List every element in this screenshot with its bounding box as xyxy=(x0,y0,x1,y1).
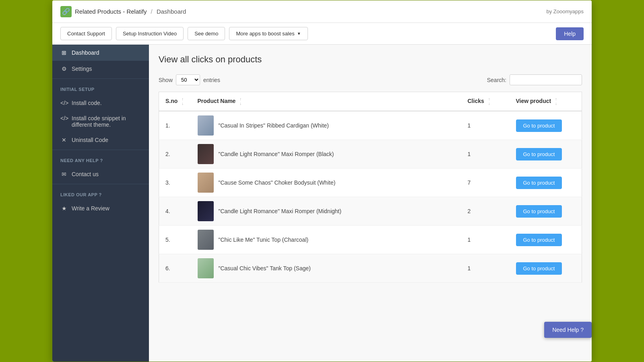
product-thumbnail xyxy=(198,258,214,278)
table-row: 1. "Casual In Stripes" Ribbed Cardigan (… xyxy=(159,111,582,140)
sidebar-item-dashboard[interactable]: ⊞ Dashboard xyxy=(52,45,149,61)
cell-clicks: 1 xyxy=(461,140,510,169)
cell-sno: 6. xyxy=(159,254,191,283)
code-icon: </> xyxy=(60,100,68,106)
sidebar-divider-2 xyxy=(52,150,149,150)
cell-product-name: "Casual In Stripes" Ribbed Cardigan (Whi… xyxy=(191,111,461,140)
sidebar-divider-3 xyxy=(52,184,149,184)
cell-view-product: Go to product xyxy=(510,226,582,254)
th-view-product[interactable]: View product ↑↓ xyxy=(510,92,582,111)
go-to-product-button[interactable]: Go to product xyxy=(516,177,562,189)
by-label: by Zooomyapps xyxy=(547,8,584,14)
layout: ⊞ Dashboard ⚙ Settings INITIAL SETUP </>… xyxy=(52,45,592,362)
sidebar-item-install-code[interactable]: </> Install code. xyxy=(52,95,149,111)
cell-view-product: Go to product xyxy=(510,254,582,283)
page-title: View all clicks on products xyxy=(159,54,582,65)
chevron-down-icon: ▼ xyxy=(297,31,301,36)
products-table: S.no ↑↓ Product Name ↑↓ Clicks ↑↓ View p… xyxy=(159,92,582,283)
sidebar-item-install-snippet[interactable]: </> Install code snippet in different th… xyxy=(52,111,149,132)
entries-select[interactable]: 50 10 25 100 xyxy=(176,74,200,85)
product-cell: "Candle Light Romance" Maxi Romper (Midn… xyxy=(198,201,455,221)
search-input[interactable] xyxy=(510,74,582,85)
cell-view-product: Go to product xyxy=(510,197,582,226)
more-apps-button[interactable]: More apps to boost sales ▼ xyxy=(229,27,308,40)
sidebar-item-install-snippet-label: Install code snippet in different theme. xyxy=(72,115,141,128)
sidebar-item-write-review-label: Write a Review xyxy=(72,205,109,212)
product-name-text: "Casual In Stripes" Ribbed Cardigan (Whi… xyxy=(219,122,329,129)
gear-icon: ⚙ xyxy=(60,66,68,72)
product-thumbnail xyxy=(198,173,214,193)
page-name-label: Dashboard xyxy=(157,8,186,15)
sidebar-item-write-review[interactable]: ★ Write a Review xyxy=(52,200,149,216)
product-cell: "Cause Some Chaos" Choker Bodysuit (Whit… xyxy=(198,173,455,193)
star-icon: ★ xyxy=(60,205,68,212)
product-thumbnail xyxy=(198,201,214,221)
product-thumbnail xyxy=(198,115,214,136)
see-demo-button[interactable]: See demo xyxy=(188,27,225,40)
th-clicks[interactable]: Clicks ↑↓ xyxy=(461,92,510,111)
product-cell: "Casual Chic Vibes" Tank Top (Sage) xyxy=(198,258,455,278)
table-row: 6. "Casual Chic Vibes" Tank Top (Sage) 1… xyxy=(159,254,582,283)
cell-sno: 2. xyxy=(159,140,191,169)
go-to-product-button[interactable]: Go to product xyxy=(516,234,562,246)
sidebar-item-uninstall-code[interactable]: ✕ Uninstall Code xyxy=(52,132,149,148)
sort-icon-product: ↑↓ xyxy=(239,97,242,106)
cell-product-name: "Chic Like Me" Tunic Top (Charcoal) xyxy=(191,226,461,254)
cell-view-product: Go to product xyxy=(510,111,582,140)
sidebar-item-settings[interactable]: ⚙ Settings xyxy=(52,61,149,77)
cell-clicks: 1 xyxy=(461,254,510,283)
app-container: 🔗 Related Products - Relatify / Dashboar… xyxy=(52,0,592,362)
cell-clicks: 7 xyxy=(461,169,510,197)
cell-clicks: 2 xyxy=(461,197,510,226)
cell-sno: 4. xyxy=(159,197,191,226)
cell-clicks: 1 xyxy=(461,226,510,254)
product-name-text: "Chic Like Me" Tunic Top (Charcoal) xyxy=(219,237,309,243)
cell-sno: 5. xyxy=(159,226,191,254)
search-label: Search: xyxy=(487,77,506,83)
entries-label: entries xyxy=(203,77,220,83)
sidebar: ⊞ Dashboard ⚙ Settings INITIAL SETUP </>… xyxy=(52,45,149,362)
sort-icon-sno: ↑↓ xyxy=(182,97,184,106)
go-to-product-button[interactable]: Go to product xyxy=(516,262,562,275)
product-name-text: "Candle Light Romance" Maxi Romper (Midn… xyxy=(219,208,342,214)
contact-support-button[interactable]: Contact Support xyxy=(60,27,112,40)
go-to-product-button[interactable]: Go to product xyxy=(516,119,562,132)
sidebar-item-dashboard-label: Dashboard xyxy=(72,49,99,56)
show-label: Show xyxy=(159,77,173,83)
sidebar-item-install-code-label: Install code. xyxy=(72,100,102,106)
app-name-label: Related Products - Relatify xyxy=(75,8,147,15)
sidebar-section-need-help: NEED ANY HELP ? xyxy=(52,152,149,166)
product-thumbnail xyxy=(198,230,214,250)
cell-view-product: Go to product xyxy=(510,140,582,169)
th-sno[interactable]: S.no ↑↓ xyxy=(159,92,191,111)
help-button[interactable]: Help xyxy=(556,27,584,40)
cell-product-name: "Casual Chic Vibes" Tank Top (Sage) xyxy=(191,254,461,283)
cell-clicks: 1 xyxy=(461,111,510,140)
product-name-text: "Cause Some Chaos" Choker Bodysuit (Whit… xyxy=(219,179,336,186)
cell-sno: 1. xyxy=(159,111,191,140)
sort-icon-clicks: ↑↓ xyxy=(488,97,490,106)
product-name-text: "Candle Light Romance" Maxi Romper (Blac… xyxy=(219,151,334,157)
go-to-product-button[interactable]: Go to product xyxy=(516,148,562,160)
envelope-icon: ✉ xyxy=(60,171,68,177)
table-row: 3. "Cause Some Chaos" Choker Bodysuit (W… xyxy=(159,169,582,197)
need-help-button[interactable]: Need Help ? xyxy=(544,322,592,338)
table-controls: Show 50 10 25 100 entries Search: xyxy=(159,74,582,85)
setup-video-button[interactable]: Setup Instruction Video xyxy=(116,27,184,40)
app-logo-icon: 🔗 xyxy=(60,6,72,17)
header: 🔗 Related Products - Relatify / Dashboar… xyxy=(52,0,592,23)
cell-product-name: "Candle Light Romance" Maxi Romper (Midn… xyxy=(191,197,461,226)
th-product-name[interactable]: Product Name ↑↓ xyxy=(191,92,461,111)
product-cell: "Candle Light Romance" Maxi Romper (Blac… xyxy=(198,144,455,164)
sidebar-item-contact-us[interactable]: ✉ Contact us xyxy=(52,166,149,182)
sidebar-divider-1 xyxy=(52,78,149,79)
go-to-product-button[interactable]: Go to product xyxy=(516,205,562,218)
table-row: 2. "Candle Light Romance" Maxi Romper (B… xyxy=(159,140,582,169)
dashboard-icon: ⊞ xyxy=(60,49,68,56)
cell-view-product: Go to product xyxy=(510,169,582,197)
header-title: Related Products - Relatify / Dashboard xyxy=(75,8,186,15)
product-cell: "Chic Like Me" Tunic Top (Charcoal) xyxy=(198,230,455,250)
sort-icon-view: ↑↓ xyxy=(555,97,557,106)
cell-product-name: "Cause Some Chaos" Choker Bodysuit (Whit… xyxy=(191,169,461,197)
table-header-row: S.no ↑↓ Product Name ↑↓ Clicks ↑↓ View p… xyxy=(159,92,582,111)
